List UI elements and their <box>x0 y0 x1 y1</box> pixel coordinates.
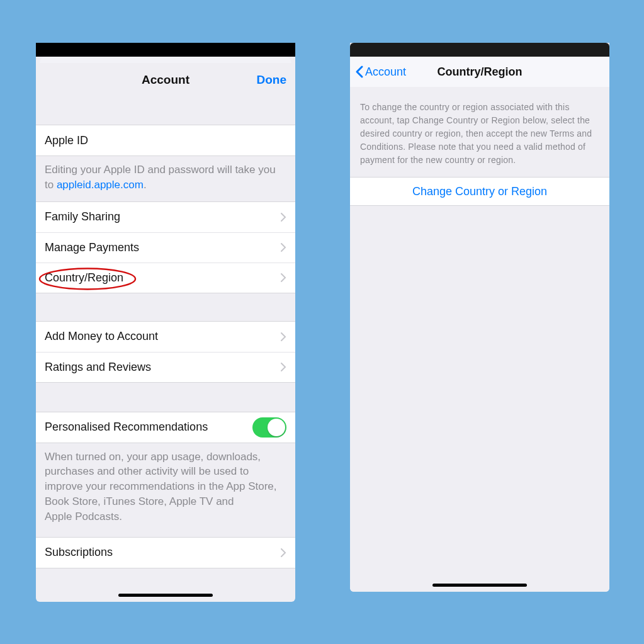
home-indicator <box>118 594 213 597</box>
subscriptions-section: Subscriptions <box>36 537 295 568</box>
apple-id-row[interactable]: Apple ID <box>36 125 295 155</box>
apple-id-label: Apple ID <box>45 134 88 147</box>
status-bar <box>350 43 609 58</box>
list-item-label: Ratings and Reviews <box>45 361 151 374</box>
country-region-row[interactable]: Country/Region <box>36 263 295 293</box>
apple-id-footer: Editing your Apple ID and password will … <box>36 156 295 201</box>
back-label: Account <box>365 65 406 79</box>
personalised-recs-row: Personalised Recommendations <box>36 412 295 443</box>
chevron-right-icon <box>280 548 286 558</box>
account-sheet: Account Done Apple ID Editing your Apple… <box>36 63 295 568</box>
spacer <box>36 293 295 321</box>
back-button[interactable]: Account <box>354 65 406 79</box>
instruction-text: To change the country or region associat… <box>350 87 609 177</box>
chevron-right-icon <box>280 242 286 252</box>
spacer <box>36 383 295 412</box>
content: Account Country/Region To change the cou… <box>350 57 609 592</box>
account-links-a: Family Sharing Manage Payments Country/R… <box>36 201 295 293</box>
add-money-row[interactable]: Add Money to Account <box>36 322 295 352</box>
account-screen: Account Done Apple ID Editing your Apple… <box>36 43 295 602</box>
toggle-knob <box>268 419 285 436</box>
home-indicator <box>432 584 527 587</box>
modal-header: Account Done <box>36 63 295 97</box>
list-item-label: Add Money to Account <box>45 330 158 343</box>
chevron-right-icon <box>280 273 286 283</box>
recs-label: Personalised Recommendations <box>45 421 208 434</box>
ratings-reviews-row[interactable]: Ratings and Reviews <box>36 352 295 382</box>
list-item-label: Manage Payments <box>45 241 139 254</box>
chevron-right-icon <box>280 362 286 372</box>
manage-payments-row[interactable]: Manage Payments <box>36 232 295 263</box>
modal-title: Account <box>142 73 189 87</box>
recs-toggle[interactable] <box>252 417 286 438</box>
chevron-right-icon <box>280 332 286 342</box>
done-button[interactable]: Done <box>257 73 287 87</box>
recommendations-section: Personalised Recommendations <box>36 412 295 443</box>
list-item-label: Country/Region <box>45 271 123 285</box>
spacer <box>36 97 295 125</box>
change-country-button[interactable]: Change Country or Region <box>350 177 609 206</box>
family-sharing-row[interactable]: Family Sharing <box>36 202 295 232</box>
account-links-b: Add Money to Account Ratings and Reviews <box>36 321 295 383</box>
apple-id-footer-suffix: . <box>144 179 147 191</box>
nav-title: Country/Region <box>438 65 523 79</box>
apple-id-link[interactable]: appleid.apple.com <box>57 179 144 191</box>
nav-header: Account Country/Region <box>350 57 609 87</box>
country-region-screen: Account Country/Region To change the cou… <box>350 43 609 592</box>
sheet-behind <box>40 57 291 63</box>
apple-id-section: Apple ID <box>36 125 295 156</box>
chevron-left-icon <box>354 65 365 79</box>
recs-footer: When turned on, your app usage, download… <box>36 443 295 533</box>
list-item-label: Subscriptions <box>45 546 113 559</box>
subscriptions-row[interactable]: Subscriptions <box>36 538 295 568</box>
change-country-label: Change Country or Region <box>412 185 547 198</box>
chevron-right-icon <box>280 212 286 222</box>
status-bar <box>36 43 295 57</box>
list-item-label: Family Sharing <box>45 210 120 223</box>
